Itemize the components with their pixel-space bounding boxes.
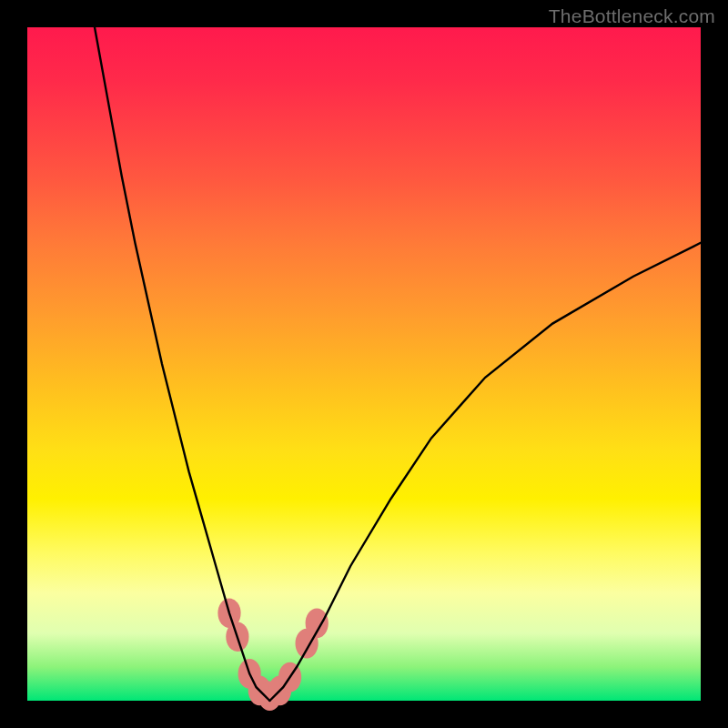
curve-right-branch — [269, 243, 701, 701]
curve-svg — [27, 27, 701, 701]
marker-layer — [217, 599, 328, 712]
plot-area — [27, 27, 701, 701]
watermark-text: TheBottleneck.com — [549, 5, 715, 27]
chart-stage: TheBottleneck.com — [0, 0, 728, 728]
curve-left-branch — [95, 27, 269, 701]
